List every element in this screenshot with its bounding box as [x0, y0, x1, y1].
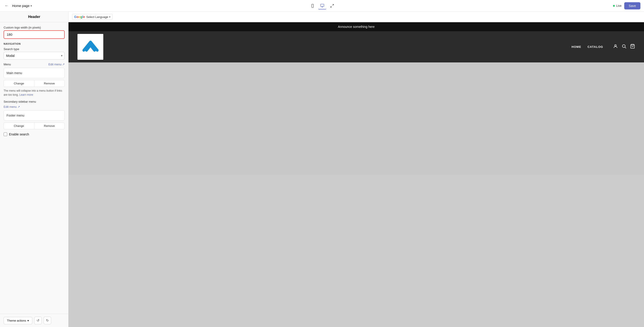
store-logo-svg	[82, 38, 100, 56]
language-bar: Google Select Language ▾	[68, 12, 644, 22]
sidebar-title: Header	[4, 15, 65, 19]
svg-line-5	[332, 4, 334, 6]
translate-chevron-icon: ▾	[109, 16, 110, 18]
translate-label: Select Language	[86, 15, 108, 19]
main-menu-box: Main menu	[4, 68, 65, 78]
search-type-select[interactable]: Modal Predictive search	[4, 52, 65, 60]
enable-search-checkbox[interactable]	[4, 132, 7, 136]
announcement-bar: Announce something here	[68, 22, 644, 31]
live-indicator: Live	[613, 4, 622, 8]
page-title-text: Home page	[12, 4, 30, 8]
cart-icon[interactable]	[630, 44, 635, 50]
store-logo-box	[78, 34, 103, 60]
search-icon[interactable]	[622, 44, 626, 50]
footer-menu-remove-button[interactable]: Remove	[34, 122, 65, 129]
google-g-logo: Google	[74, 15, 85, 19]
footer-menu-actions: Change Remove	[4, 122, 65, 129]
learn-more-link[interactable]: Learn more	[19, 93, 33, 96]
external-link-icon: ↗	[62, 63, 65, 66]
sidebar: Header Custom logo width (in pixels) NAV…	[0, 12, 68, 327]
sidebar-content: Custom logo width (in pixels) NAVIGATION…	[0, 22, 68, 314]
live-label: Live	[616, 4, 622, 8]
secondary-external-link-icon: ↗	[18, 105, 20, 108]
main-layout: Header Custom logo width (in pixels) NAV…	[0, 12, 644, 327]
svg-point-8	[622, 45, 625, 48]
navigation-section-label: NAVIGATION	[4, 42, 65, 45]
mobile-view-button[interactable]	[309, 2, 316, 9]
theme-actions-chevron-icon: ▾	[28, 319, 29, 322]
preview-area: Google Select Language ▾ Announce someth…	[68, 12, 644, 327]
main-menu-remove-button[interactable]: Remove	[34, 80, 65, 87]
sidebar-header: Header	[0, 12, 68, 22]
desktop-view-button[interactable]	[318, 2, 326, 10]
store-nav: HOME CATALOG	[572, 44, 635, 50]
secondary-edit-menu-label: Edit menu	[4, 105, 17, 108]
store-header: HOME CATALOG	[68, 31, 644, 62]
edit-menu-label: Edit menu	[48, 63, 62, 66]
view-toggle	[309, 2, 336, 10]
google-translate-widget[interactable]: Google Select Language ▾	[72, 14, 112, 20]
secondary-sidebar-label: Secondary sidebar menu	[4, 100, 65, 103]
page-title: Home page ▾	[12, 4, 32, 8]
undo-icon: ↺	[36, 318, 40, 322]
footer-menu-box: Footer menu	[4, 110, 65, 120]
enable-search-row: Enable search	[4, 132, 65, 136]
nav-home-link[interactable]: HOME	[572, 45, 581, 48]
main-menu-change-button[interactable]: Change	[4, 80, 34, 87]
edit-menu-link[interactable]: Edit menu ↗	[48, 63, 65, 66]
store-preview: Announce something here HOME CATALOG	[68, 22, 644, 327]
sidebar-footer: Theme actions ▾ ↺ ↻	[0, 314, 68, 327]
theme-actions-button[interactable]: Theme actions ▾	[4, 317, 32, 324]
top-bar: ← Home page ▾ Live Save	[0, 0, 644, 12]
store-body	[68, 62, 644, 175]
theme-actions-label: Theme actions	[7, 319, 26, 322]
redo-icon: ↻	[46, 318, 49, 322]
search-type-label: Search type	[4, 48, 65, 51]
undo-button[interactable]: ↺	[34, 317, 42, 324]
top-bar-left: ← Home page ▾	[4, 2, 32, 9]
main-menu-section: Menu Edit menu ↗ Main menu Change Remove…	[4, 63, 65, 97]
logo-width-input[interactable]	[7, 32, 62, 36]
top-bar-right: Live Save	[613, 2, 640, 10]
logo-width-field: Custom logo width (in pixels)	[4, 26, 65, 39]
footer-menu-name: Footer menu	[6, 114, 24, 117]
save-button[interactable]: Save	[624, 2, 640, 10]
enable-search-label[interactable]: Enable search	[9, 132, 29, 136]
svg-point-7	[614, 45, 616, 46]
live-dot	[613, 5, 615, 7]
main-menu-actions: Change Remove	[4, 80, 65, 87]
svg-rect-0	[312, 4, 314, 8]
back-button[interactable]: ←	[4, 2, 10, 9]
secondary-menu-section: Secondary sidebar menu Edit menu ↗ Foote…	[4, 100, 65, 129]
search-type-select-wrapper: Modal Predictive search ▾	[4, 52, 65, 60]
main-menu-name: Main menu	[6, 71, 22, 75]
page-title-chevron[interactable]: ▾	[30, 4, 32, 8]
menu-label: Menu	[4, 63, 11, 66]
logo-width-input-wrapper	[4, 30, 65, 39]
nav-catalog-link[interactable]: CATALOG	[588, 45, 603, 48]
account-icon[interactable]	[613, 44, 618, 50]
secondary-edit-menu-link[interactable]: Edit menu ↗	[4, 105, 20, 108]
search-type-field: Search type Modal Predictive search ▾	[4, 48, 65, 60]
store-nav-icons	[613, 44, 635, 50]
footer-menu-change-button[interactable]: Change	[4, 122, 34, 129]
menu-helper-text: The menu will collapse into a menu butto…	[4, 89, 65, 97]
main-menu-header: Menu Edit menu ↗	[4, 63, 65, 66]
wide-view-button[interactable]	[328, 2, 336, 9]
svg-line-6	[330, 6, 332, 7]
announcement-text: Announce something here	[338, 25, 374, 28]
svg-rect-2	[320, 4, 324, 6]
svg-line-9	[625, 47, 626, 48]
logo-width-label: Custom logo width (in pixels)	[4, 26, 65, 29]
redo-button[interactable]: ↻	[44, 317, 51, 324]
